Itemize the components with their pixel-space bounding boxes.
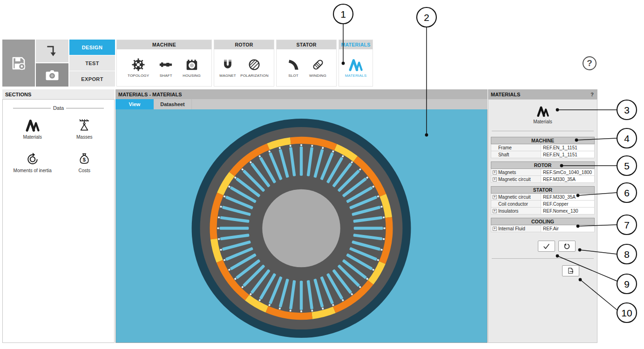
- housing-icon: [185, 58, 199, 72]
- ribbon-button-polarization[interactable]: POLARIZATION: [239, 57, 269, 79]
- callout-number: 8: [624, 249, 630, 260]
- callout-circle: [617, 100, 637, 120]
- screenshot-button[interactable]: [36, 63, 68, 87]
- section-item-materials[interactable]: Materials: [7, 118, 59, 140]
- callout-number: 2: [424, 12, 429, 23]
- materials-table: MACHINEFrameREF.EN_1_1151ShaftREF.EN_1_1…: [491, 137, 595, 232]
- section-header: COOLING: [491, 218, 595, 225]
- material-value: REF.Copper: [541, 201, 594, 207]
- export-row: [491, 265, 595, 276]
- view-tab-datasheet[interactable]: Datasheet: [154, 99, 192, 109]
- callout-number: 6: [624, 188, 630, 198]
- callout-number: 4: [624, 133, 630, 144]
- materials-section-cooling: COOLING+Internal FluidREF.Air: [491, 218, 595, 232]
- callout-circle: [617, 274, 637, 294]
- page: DESIGNTESTEXPORT MACHINETOPOLOGYSHAFTHOU…: [0, 0, 644, 349]
- panel-help-icon[interactable]: ?: [590, 92, 595, 97]
- materials-icon-block: Materials: [491, 105, 595, 124]
- materials-icon-label: Materials: [533, 119, 552, 124]
- motor-cross-section[interactable]: [116, 109, 487, 342]
- section-item-masses[interactable]: Masses: [59, 118, 111, 140]
- mode-tab-export[interactable]: EXPORT: [69, 71, 115, 87]
- polarization-icon: [247, 58, 261, 72]
- view-tab-view[interactable]: View: [115, 99, 154, 109]
- help-button[interactable]: ?: [583, 56, 597, 70]
- ribbon-button-slot[interactable]: SLOT: [285, 57, 301, 79]
- material-row-coil-conductor[interactable]: Coil conductorREF.Copper: [491, 201, 595, 208]
- save-project-button[interactable]: [2, 40, 35, 87]
- ribbon-group-title: MACHINE: [117, 40, 211, 49]
- ribbon-group-materials: MATERIALSMATERIALS: [339, 40, 373, 87]
- material-label: Frame: [498, 145, 512, 150]
- question-mark-icon: ?: [587, 58, 592, 68]
- callout-circle: [617, 215, 637, 235]
- callout-circle: [617, 244, 637, 264]
- magnet-icon: [221, 58, 235, 72]
- shaft-icon: [159, 58, 173, 72]
- material-value: REF.Nomex_130: [541, 208, 594, 214]
- ribbon-group-title: MATERIALS: [339, 40, 373, 49]
- material-value: REF.EN_1_1151: [541, 151, 594, 158]
- topology-icon: [131, 58, 145, 72]
- material-row-frame[interactable]: FrameREF.EN_1_1151: [491, 144, 595, 151]
- sections-panel-body: Data MaterialsMassesMoments of inertiaCo…: [2, 99, 115, 343]
- main-panel: MATERIALS - MATERIALS ViewDatasheet: [115, 89, 488, 343]
- masses-icon: [77, 118, 91, 132]
- data-group-label: Data: [13, 105, 104, 111]
- callout-number: 7: [624, 220, 630, 230]
- mode-tab-design[interactable]: DESIGN: [69, 40, 115, 55]
- ribbon: MACHINETOPOLOGYSHAFTHOUSINGROTORMAGNETPO…: [116, 40, 373, 87]
- expand-icon[interactable]: +: [493, 170, 497, 174]
- winding-icon: [311, 58, 325, 72]
- properties-panel-body: Materials MACHINEFrameREF.EN_1_1151Shaft…: [488, 99, 597, 343]
- section-item-moments-of-inertia[interactable]: Moments of inertia: [7, 152, 59, 173]
- expand-icon[interactable]: +: [493, 177, 497, 181]
- divider: [492, 131, 594, 131]
- expand-icon[interactable]: +: [493, 195, 497, 199]
- view-area[interactable]: [115, 109, 488, 343]
- ribbon-button-housing[interactable]: HOUSING: [182, 57, 202, 79]
- materials-icon: [26, 118, 40, 132]
- import-button[interactable]: [36, 40, 68, 62]
- divider: [492, 258, 594, 259]
- material-row-insulators[interactable]: +InsulatorsREF.Nomex_130: [491, 208, 595, 215]
- callout-circle: [417, 7, 436, 27]
- apply-button[interactable]: [538, 241, 555, 252]
- callout-number: 9: [624, 279, 630, 289]
- ribbon-group-title: STATOR: [277, 40, 336, 49]
- material-row-shaft[interactable]: ShaftREF.EN_1_1151: [491, 151, 595, 158]
- callout-number: 3: [624, 105, 630, 115]
- material-row-magnetic-circuit[interactable]: +Magnetic circuitREF.M330_35A: [491, 194, 595, 201]
- callout-circle: [333, 4, 353, 24]
- view-tabstrip: ViewDatasheet: [115, 99, 488, 109]
- ribbon-button-materials[interactable]: MATERIALS: [344, 57, 368, 79]
- ribbon-button-magnet[interactable]: MAGNET: [218, 57, 237, 79]
- ribbon-group-rotor: ROTORMAGNETPOLARIZATION: [214, 40, 274, 87]
- mode-tab-test[interactable]: TEST: [69, 55, 115, 71]
- expand-icon[interactable]: +: [493, 227, 497, 231]
- action-buttons: [491, 241, 595, 252]
- callout-circle: [617, 128, 637, 148]
- material-label: Shaft: [498, 152, 509, 157]
- material-row-magnetic-circuit[interactable]: +Magnetic circuitREF.M330_35A: [491, 176, 595, 183]
- material-row-magnets[interactable]: +MagnetsREF.SmCo_1040_1800: [491, 169, 595, 176]
- material-label: Coil conductor: [498, 201, 528, 207]
- callout-number: 5: [624, 161, 630, 171]
- expand-icon[interactable]: +: [493, 209, 497, 213]
- material-row-internal-fluid[interactable]: +Internal FluidREF.Air: [491, 225, 595, 232]
- ribbon-button-topology[interactable]: TOPOLOGY: [127, 57, 150, 79]
- import-arrow-icon: [44, 43, 60, 59]
- ribbon-group-machine: MACHINETOPOLOGYSHAFTHOUSING: [116, 40, 212, 87]
- ribbon-button-winding[interactable]: WINDING: [308, 57, 327, 79]
- section-header: STATOR: [491, 186, 595, 194]
- export-button[interactable]: [562, 265, 579, 276]
- slot-icon: [286, 58, 300, 72]
- restore-button[interactable]: [558, 241, 576, 252]
- ribbon-button-shaft[interactable]: SHAFT: [158, 57, 174, 79]
- material-label: Magnets: [498, 170, 516, 175]
- section-item-costs[interactable]: Costs: [59, 152, 111, 173]
- material-value: REF.M330_35A: [541, 194, 594, 200]
- check-icon: [542, 242, 550, 250]
- material-label: Insulators: [498, 208, 518, 214]
- material-label: Magnetic circuit: [498, 195, 530, 200]
